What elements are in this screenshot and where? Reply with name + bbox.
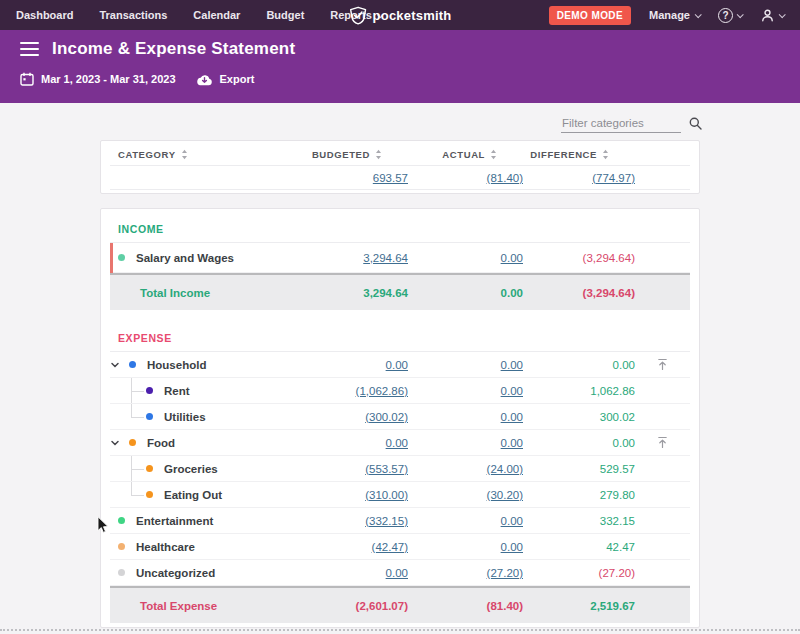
- income-section-header: INCOME: [110, 215, 690, 243]
- category-color-dot: [146, 387, 153, 394]
- grand-total-actual[interactable]: (81.40): [487, 172, 523, 184]
- column-header-category[interactable]: CATEGORY: [110, 144, 293, 165]
- budgeted-amount-link[interactable]: 0.00: [386, 359, 408, 371]
- chevron-down-icon[interactable]: [110, 360, 122, 370]
- total-expense-budgeted: (2,601.07): [356, 600, 408, 612]
- budgeted-amount-link[interactable]: 3,294.64: [363, 252, 408, 264]
- summary-card: CATEGORY BUDGETED ACTUAL DIFFERENCE 693.…: [100, 140, 700, 194]
- cell-actual: 0.00: [408, 411, 523, 423]
- chevron-down-icon: [737, 11, 744, 18]
- actual-amount-link[interactable]: 0.00: [501, 515, 523, 527]
- budgeted-amount-link[interactable]: 0.00: [386, 437, 408, 449]
- cell-category: Household: [110, 352, 293, 377]
- total-expense-difference: 2,519.67: [590, 600, 635, 612]
- actual-amount-link[interactable]: 0.00: [501, 252, 523, 264]
- budgeted-amount-link[interactable]: (42.47): [372, 541, 408, 553]
- difference-amount: (27.20): [599, 567, 635, 579]
- cell-actual: (30.20): [408, 489, 523, 501]
- category-label: Household: [147, 359, 206, 371]
- category-label: Uncategorized: [136, 567, 215, 579]
- difference-amount: 1,062.86: [590, 385, 635, 397]
- total-expense-row: Total Expense (2,601.07) (81.40) 2,519.6…: [110, 586, 690, 623]
- page-title: Income & Expense Statement: [52, 39, 295, 59]
- actual-amount-link[interactable]: 0.00: [501, 541, 523, 553]
- cell-budgeted: (310.00): [293, 489, 408, 501]
- column-header-budgeted[interactable]: BUDGETED: [293, 149, 408, 160]
- actual-amount-link[interactable]: (24.00): [487, 463, 523, 475]
- grand-total-budgeted[interactable]: 693.57: [373, 172, 408, 184]
- difference-amount: 279.80: [600, 489, 635, 501]
- page-bottom-edge: [0, 629, 800, 631]
- budgeted-amount-link[interactable]: (553.57): [365, 463, 408, 475]
- actual-amount-link[interactable]: (27.20): [487, 567, 523, 579]
- export-button[interactable]: Export: [196, 73, 255, 86]
- category-row-entertainment: Entertainment(332.15)0.00332.15: [110, 508, 690, 534]
- category-color-dot: [129, 439, 136, 446]
- cell-difference: 42.47: [523, 541, 635, 553]
- category-color-dot: [118, 517, 125, 524]
- collapse-to-top-icon[interactable]: [656, 358, 669, 371]
- cell-budgeted: (553.57): [293, 463, 408, 475]
- cell-category: Rent: [110, 378, 293, 403]
- page-header: Income & Expense Statement Mar 1, 2023 -…: [0, 30, 800, 103]
- actual-amount-link[interactable]: 0.00: [501, 411, 523, 423]
- cell-budgeted: (332.15): [293, 515, 408, 527]
- grand-total-difference[interactable]: (774.97): [592, 172, 635, 184]
- cell-difference: 279.80: [523, 489, 635, 501]
- total-income-budgeted: 3,294.64: [363, 287, 408, 299]
- expense-section-label: EXPENSE: [118, 332, 172, 344]
- nav-manage[interactable]: Manage: [649, 9, 700, 21]
- nav-links: Dashboard Transactions Calendar Budget R…: [16, 9, 382, 21]
- category-row-food: Food0.000.000.00: [110, 430, 690, 456]
- difference-amount: (3,294.64): [583, 252, 635, 264]
- collapse-to-top-icon[interactable]: [656, 436, 669, 449]
- column-label: CATEGORY: [118, 149, 176, 160]
- demo-mode-badge[interactable]: DEMO MODE: [549, 6, 631, 25]
- budgeted-amount-link[interactable]: (1,062.86): [356, 385, 408, 397]
- filter-bar: [98, 111, 702, 135]
- cell-category: Healthcare: [110, 534, 293, 559]
- cell-actions: [635, 358, 690, 371]
- budgeted-amount-link[interactable]: (332.15): [365, 515, 408, 527]
- column-header-actual[interactable]: ACTUAL: [408, 149, 523, 160]
- date-range-picker[interactable]: Mar 1, 2023 - Mar 31, 2023: [20, 72, 176, 86]
- help-icon: ?: [718, 8, 733, 23]
- actual-amount-link[interactable]: (30.20): [487, 489, 523, 501]
- actual-amount-link[interactable]: 0.00: [501, 385, 523, 397]
- column-header-difference[interactable]: DIFFERENCE: [523, 149, 635, 160]
- cell-actual: 0.00: [408, 541, 523, 553]
- budgeted-amount-link[interactable]: (300.02): [365, 411, 408, 423]
- category-label: Eating Out: [164, 489, 222, 501]
- actual-amount-link[interactable]: 0.00: [501, 437, 523, 449]
- filter-categories-input[interactable]: [561, 114, 681, 133]
- category-color-dot: [118, 543, 125, 550]
- cell-difference: 332.15: [523, 515, 635, 527]
- cell-category: Uncategorized: [110, 560, 293, 585]
- search-icon[interactable]: [689, 117, 702, 130]
- budgeted-amount-link[interactable]: (310.00): [365, 489, 408, 501]
- difference-amount: 0.00: [613, 359, 635, 371]
- difference-amount: 529.57: [600, 463, 635, 475]
- cell-actual: (24.00): [408, 463, 523, 475]
- user-menu[interactable]: [760, 8, 784, 23]
- category-label: Entertainment: [136, 515, 213, 527]
- cell-difference: (3,294.64): [523, 252, 635, 264]
- menu-icon[interactable]: [20, 40, 39, 58]
- category-color-dot: [146, 413, 153, 420]
- actual-amount-link[interactable]: 0.00: [501, 359, 523, 371]
- nav-budget[interactable]: Budget: [266, 9, 304, 21]
- nav-calendar[interactable]: Calendar: [193, 9, 240, 21]
- cell-actual: 0.00: [408, 437, 523, 449]
- sort-icon: [181, 149, 188, 160]
- nav-transactions[interactable]: Transactions: [99, 9, 167, 21]
- category-label: Rent: [164, 385, 190, 397]
- budgeted-amount-link[interactable]: 0.00: [386, 567, 408, 579]
- nav-dashboard[interactable]: Dashboard: [16, 9, 73, 21]
- nav-right: DEMO MODE Manage ?: [549, 6, 784, 25]
- help-menu[interactable]: ?: [718, 8, 742, 23]
- statement-card: INCOME Salary and Wages3,294.640.00(3,29…: [100, 208, 700, 628]
- pocketsmith-logo[interactable]: pocketsmith: [349, 0, 452, 30]
- chevron-down-icon[interactable]: [110, 438, 122, 448]
- cell-budgeted: 0.00: [293, 567, 408, 579]
- cell-difference: (27.20): [523, 567, 635, 579]
